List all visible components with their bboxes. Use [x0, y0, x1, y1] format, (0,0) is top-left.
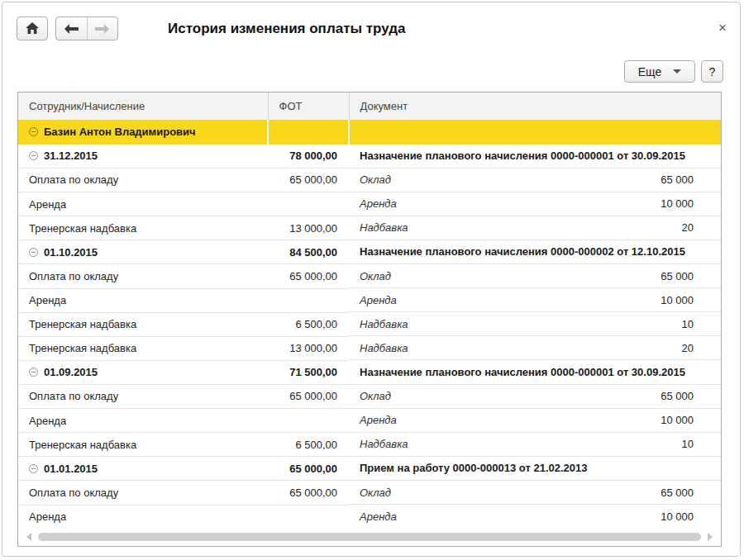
- accrual-fot: 65 000,00: [289, 486, 337, 499]
- accrual-fot: 65 000,00: [289, 173, 337, 186]
- collapse-icon[interactable]: [29, 368, 38, 377]
- indicator-value: 65 000: [661, 390, 721, 402]
- scroll-right-icon[interactable]: [708, 533, 713, 541]
- indicator-value: 20: [682, 342, 721, 354]
- indicator-value: 10: [682, 318, 721, 330]
- accrual-name: Оплата по окладу: [29, 486, 118, 499]
- accrual-row[interactable]: Оплата по окладу65 000,00Оклад65 000: [18, 168, 721, 192]
- indicator-value: 65 000: [661, 270, 721, 282]
- more-button[interactable]: Еще: [624, 60, 695, 83]
- horizontal-scrollbar: [18, 527, 721, 546]
- scroll-left-icon[interactable]: [26, 533, 31, 541]
- accrual-row[interactable]: АрендаАренда10 000: [18, 192, 721, 216]
- indicator-name: Надбавка: [360, 318, 408, 330]
- column-header-fot[interactable]: ФОТ: [268, 93, 349, 120]
- indicator-name: Надбавка: [360, 438, 408, 450]
- date-group-row[interactable]: 01.10.201584 500,00Назначение планового …: [18, 240, 721, 264]
- indicator-name: Аренда: [360, 197, 397, 210]
- indicator-name: Оклад: [360, 270, 391, 282]
- help-button-label: ?: [709, 65, 716, 78]
- table-body: Базин Антон Владимирович31.12.201578 000…: [18, 120, 721, 529]
- collapse-icon[interactable]: [29, 127, 38, 136]
- accrual-name: Аренда: [29, 294, 66, 306]
- home-icon: [26, 22, 39, 35]
- accrual-row[interactable]: АрендаАренда10 000: [18, 409, 721, 433]
- accrual-fot: 13 000,00: [289, 222, 337, 235]
- indicator-name: Аренда: [360, 510, 397, 523]
- accrual-row[interactable]: Оплата по окладу65 000,00Оклад65 000: [18, 264, 721, 289]
- indicator-name: Надбавка: [360, 221, 408, 234]
- employee-name: Базин Антон Владимирович: [44, 126, 196, 138]
- accrual-fot: 65 000,00: [289, 390, 337, 402]
- group-date: 31.12.2015: [44, 149, 98, 162]
- group-document: Назначение планового начисления 0000-000…: [360, 366, 685, 378]
- history-nav: [55, 17, 118, 40]
- indicator-value: 65 000: [661, 173, 721, 186]
- accrual-name: Оплата по окладу: [29, 270, 118, 282]
- accrual-name: Аренда: [29, 415, 66, 427]
- accrual-row[interactable]: АрендаАренда10 000: [18, 505, 721, 529]
- collapse-icon[interactable]: [29, 464, 38, 473]
- back-button[interactable]: [56, 17, 87, 40]
- accrual-row[interactable]: АрендаАренда10 000: [18, 288, 721, 312]
- arrow-left-icon: [64, 24, 79, 34]
- accrual-row[interactable]: Тренерская надбавка6 500,00Надбавка10: [18, 433, 721, 457]
- indicator-name: Оклад: [360, 390, 391, 402]
- column-header-employee[interactable]: Сотрудник/Начисление: [18, 93, 268, 120]
- window-frame: История изменения оплаты труда × Еще ? С…: [2, 2, 741, 557]
- indicator-value: 10: [682, 438, 721, 450]
- indicator-value: 10 000: [661, 197, 721, 210]
- page-title: История изменения оплаты труда: [168, 21, 405, 37]
- accrual-row[interactable]: Тренерская надбавка13 000,00Надбавка20: [18, 216, 721, 240]
- indicator-name: Аренда: [360, 294, 397, 306]
- group-date: 01.01.2015: [44, 463, 98, 475]
- arrow-right-icon: [95, 24, 109, 34]
- chevron-down-icon: [673, 69, 681, 74]
- accrual-name: Оплата по окладу: [29, 173, 118, 186]
- grid-header-row: Сотрудник/Начисление ФОТ Документ: [18, 93, 721, 120]
- indicator-name: Оклад: [360, 486, 391, 499]
- accrual-name: Аренда: [29, 510, 66, 523]
- group-date: 01.09.2015: [44, 366, 98, 378]
- indicator-value: 10 000: [661, 510, 721, 523]
- group-document: Прием на работу 0000-000013 от 21.02.201…: [360, 462, 588, 474]
- group-date: 01.10.2015: [44, 246, 98, 259]
- indicator-value: 10 000: [661, 414, 721, 426]
- accrual-name: Аренда: [29, 198, 66, 211]
- group-fot: 71 500,00: [289, 366, 337, 378]
- accrual-fot: 65 000,00: [289, 270, 337, 282]
- indicator-name: Надбавка: [360, 342, 408, 354]
- more-button-label: Еще: [638, 65, 662, 78]
- scrollbar-thumb[interactable]: [38, 533, 701, 541]
- accrual-name: Тренерская надбавка: [29, 342, 136, 354]
- accrual-fot: 6 500,00: [295, 318, 337, 330]
- accrual-row[interactable]: Тренерская надбавка6 500,00Надбавка10: [18, 312, 721, 336]
- accrual-fot: 6 500,00: [295, 439, 337, 451]
- indicator-value: 65 000: [661, 486, 721, 499]
- date-group-row[interactable]: 01.01.201565 000,00Прием на работу 0000-…: [18, 457, 721, 481]
- home-button[interactable]: [17, 17, 48, 40]
- accrual-row[interactable]: Тренерская надбавка13 000,00Надбавка20: [18, 336, 721, 360]
- indicator-name: Оклад: [360, 173, 391, 186]
- indicator-value: 20: [682, 221, 721, 234]
- date-group-row[interactable]: 01.09.201571 500,00Назначение планового …: [18, 360, 721, 384]
- accrual-name: Тренерская надбавка: [29, 439, 136, 451]
- indicator-value: 10 000: [661, 294, 721, 306]
- help-button[interactable]: ?: [701, 60, 723, 83]
- collapse-icon[interactable]: [29, 151, 38, 160]
- group-document: Назначение планового начисления 0000-000…: [360, 149, 685, 162]
- close-icon[interactable]: ×: [718, 21, 727, 35]
- accrual-row[interactable]: Оплата по окладу65 000,00Оклад65 000: [18, 481, 721, 505]
- employee-row[interactable]: Базин Антон Владимирович: [18, 120, 721, 144]
- column-header-document[interactable]: Документ: [349, 93, 721, 120]
- forward-button[interactable]: [87, 17, 118, 40]
- accrual-fot: 13 000,00: [289, 342, 337, 354]
- accrual-row[interactable]: Оплата по окладу65 000,00Оклад65 000: [18, 384, 721, 409]
- group-fot: 78 000,00: [289, 149, 337, 162]
- group-fot: 65 000,00: [289, 463, 337, 475]
- date-group-row[interactable]: 31.12.201578 000,00Назначение планового …: [18, 144, 721, 168]
- salary-history-grid: Сотрудник/Начисление ФОТ Документ Базин …: [17, 92, 722, 547]
- group-fot: 84 500,00: [289, 246, 337, 259]
- accrual-name: Оплата по окладу: [29, 390, 118, 402]
- collapse-icon[interactable]: [29, 248, 38, 257]
